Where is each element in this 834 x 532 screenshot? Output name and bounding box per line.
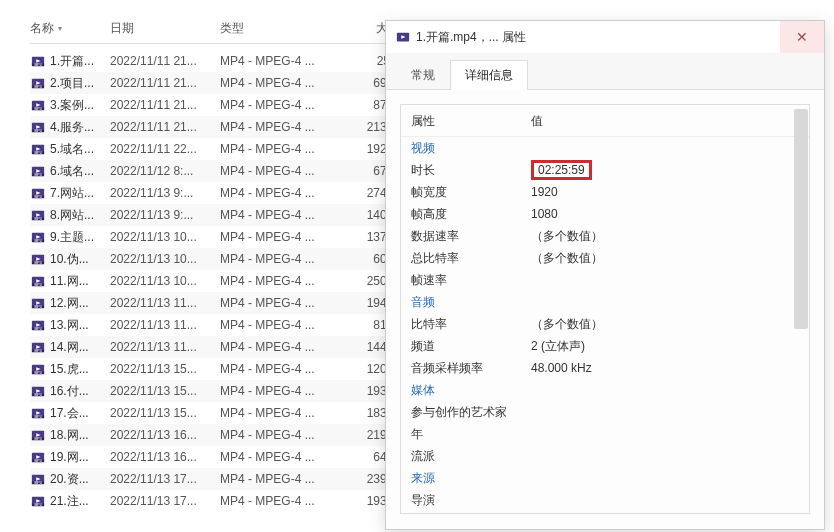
svg-text:MP4: MP4 [34,63,41,67]
row-year[interactable]: 年 [401,423,809,445]
properties-dialog: 1.开篇.mp4，... 属性 ✕ 常规 详细信息 属性 值 视频 时长 02:… [385,20,825,530]
table-row[interactable]: MP45.域名...2022/11/11 22...MP4 - MPEG-4 .… [30,138,410,160]
file-type: MP4 - MPEG-4 ... [220,406,340,420]
file-name: 13.网... [50,317,89,334]
file-date: 2022/11/13 11... [110,340,220,354]
scrollbar-thumb[interactable] [794,109,808,329]
mp4-file-icon: MP4 [30,142,46,156]
table-row[interactable]: MP417.会...2022/11/13 15...MP4 - MPEG-4 .… [30,402,410,424]
file-date: 2022/11/13 17... [110,494,220,508]
table-row[interactable]: MP421.注...2022/11/13 17...MP4 - MPEG-4 .… [30,490,410,512]
mp4-file-icon: MP4 [30,406,46,420]
file-type: MP4 - MPEG-4 ... [220,186,340,200]
table-row[interactable]: MP46.域名...2022/11/12 8:...MP4 - MPEG-4 .… [30,160,410,182]
mp4-file-icon [396,30,410,44]
row-totalrate[interactable]: 总比特率 （多个数值） [401,247,809,269]
svg-text:MP4: MP4 [34,151,41,155]
file-name: 16.付... [50,383,89,400]
file-date: 2022/11/13 15... [110,384,220,398]
table-row[interactable]: MP418.网...2022/11/13 16...MP4 - MPEG-4 .… [30,424,410,446]
mp4-file-icon: MP4 [30,208,46,222]
row-width[interactable]: 帧宽度 1920 [401,181,809,203]
table-row[interactable]: MP413.网...2022/11/13 11...MP4 - MPEG-4 .… [30,314,410,336]
file-name: 8.网站... [50,207,94,224]
file-date: 2022/11/13 17... [110,472,220,486]
col-type-header[interactable]: 类型 [220,20,340,37]
row-director[interactable]: 导演 [401,489,809,511]
file-type: MP4 - MPEG-4 ... [220,472,340,486]
svg-text:MP4: MP4 [34,349,41,353]
mp4-file-icon: MP4 [30,76,46,90]
table-row[interactable]: MP410.伪...2022/11/13 10...MP4 - MPEG-4 .… [30,248,410,270]
mp4-file-icon: MP4 [30,318,46,332]
file-type: MP4 - MPEG-4 ... [220,54,340,68]
file-name: 9.主题... [50,229,94,246]
details-panel: 属性 值 视频 时长 02:25:59 帧宽度 1920 帧高度 1080 数据… [400,104,810,514]
table-row[interactable]: MP42.项目...2022/11/11 21...MP4 - MPEG-4 .… [30,72,410,94]
file-type: MP4 - MPEG-4 ... [220,230,340,244]
table-row[interactable]: MP49.主题...2022/11/13 10...MP4 - MPEG-4 .… [30,226,410,248]
table-row[interactable]: MP411.网...2022/11/13 10...MP4 - MPEG-4 .… [30,270,410,292]
table-row[interactable]: MP43.案例...2022/11/11 21...MP4 - MPEG-4 .… [30,94,410,116]
table-row[interactable]: MP44.服务...2022/11/11 21...MP4 - MPEG-4 .… [30,116,410,138]
row-datarate[interactable]: 数据速率 （多个数值） [401,225,809,247]
row-framerate[interactable]: 帧速率 [401,269,809,291]
file-name: 6.域名... [50,163,94,180]
table-row[interactable]: MP419.网...2022/11/13 16...MP4 - MPEG-4 .… [30,446,410,468]
file-type: MP4 - MPEG-4 ... [220,252,340,266]
file-name: 4.服务... [50,119,94,136]
file-type: MP4 - MPEG-4 ... [220,296,340,310]
svg-text:MP4: MP4 [34,283,41,287]
mp4-file-icon: MP4 [30,252,46,266]
dialog-titlebar[interactable]: 1.开篇.mp4，... 属性 ✕ [386,21,824,53]
row-height[interactable]: 帧高度 1080 [401,203,809,225]
mp4-file-icon: MP4 [30,186,46,200]
table-row[interactable]: MP414.网...2022/11/13 11...MP4 - MPEG-4 .… [30,336,410,358]
svg-text:MP4: MP4 [34,239,41,243]
col-date-header[interactable]: 日期 [110,20,220,37]
file-name: 2.项目... [50,75,94,92]
table-row[interactable]: MP420.资...2022/11/13 17...MP4 - MPEG-4 .… [30,468,410,490]
tab-details[interactable]: 详细信息 [450,60,528,90]
file-type: MP4 - MPEG-4 ... [220,274,340,288]
svg-text:MP4: MP4 [34,393,41,397]
row-samplerate[interactable]: 音频采样频率 48.000 kHz [401,357,809,379]
file-date: 2022/11/13 15... [110,406,220,420]
file-name: 12.网... [50,295,89,312]
svg-text:MP4: MP4 [34,371,41,375]
file-name: 7.网站... [50,185,94,202]
table-row[interactable]: MP412.网...2022/11/13 11...MP4 - MPEG-4 .… [30,292,410,314]
mp4-file-icon: MP4 [30,98,46,112]
row-genre[interactable]: 流派 [401,445,809,467]
file-type: MP4 - MPEG-4 ... [220,208,340,222]
row-duration[interactable]: 时长 02:25:59 [401,159,809,181]
section-video: 视频 [401,137,809,159]
file-name: 3.案例... [50,97,94,114]
mp4-file-icon: MP4 [30,54,46,68]
svg-text:MP4: MP4 [34,327,41,331]
close-button[interactable]: ✕ [780,21,824,53]
file-date: 2022/11/13 9:... [110,186,220,200]
file-date: 2022/11/13 10... [110,252,220,266]
tab-general[interactable]: 常规 [396,60,450,90]
row-bitrate[interactable]: 比特率 （多个数值） [401,313,809,335]
svg-text:MP4: MP4 [34,107,41,111]
file-type: MP4 - MPEG-4 ... [220,164,340,178]
row-channels[interactable]: 频道 2 (立体声) [401,335,809,357]
table-row[interactable]: MP416.付...2022/11/13 15...MP4 - MPEG-4 .… [30,380,410,402]
file-list: 名称 ▾ 日期 类型 大小 MP41.开篇...2022/11/11 21...… [30,20,410,512]
table-row[interactable]: MP47.网站...2022/11/13 9:...MP4 - MPEG-4 .… [30,182,410,204]
row-artist[interactable]: 参与创作的艺术家 [401,401,809,423]
svg-text:MP4: MP4 [34,85,41,89]
table-row[interactable]: MP48.网站...2022/11/13 9:...MP4 - MPEG-4 .… [30,204,410,226]
table-row[interactable]: MP41.开篇...2022/11/11 21...MP4 - MPEG-4 .… [30,50,410,72]
file-type: MP4 - MPEG-4 ... [220,494,340,508]
mp4-file-icon: MP4 [30,428,46,442]
col-name-header[interactable]: 名称 ▾ [30,20,110,37]
file-date: 2022/11/13 9:... [110,208,220,222]
duration-highlight: 02:25:59 [531,160,592,180]
file-type: MP4 - MPEG-4 ... [220,428,340,442]
table-row[interactable]: MP415.虎...2022/11/13 15...MP4 - MPEG-4 .… [30,358,410,380]
header-value: 值 [531,113,799,130]
properties-body: 属性 值 视频 时长 02:25:59 帧宽度 1920 帧高度 1080 数据… [386,90,824,528]
